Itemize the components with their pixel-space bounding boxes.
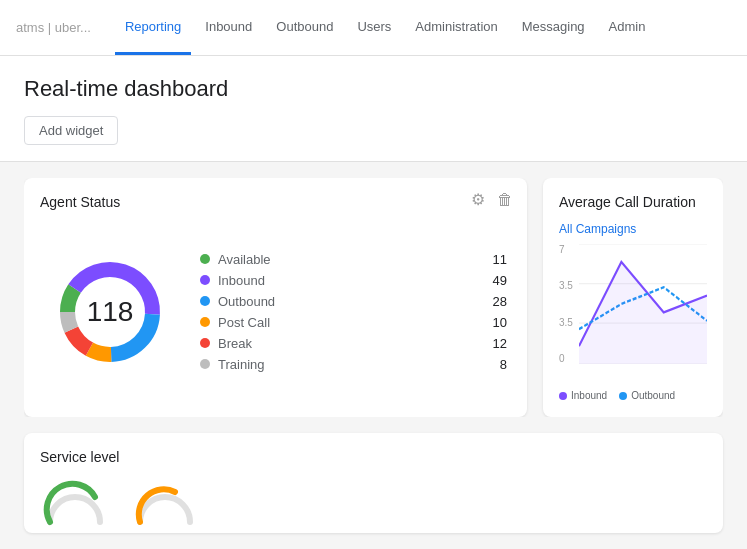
legend-dot — [200, 317, 210, 327]
legend-value: 12 — [483, 336, 507, 351]
gauge-1 — [40, 477, 110, 527]
chart-area — [579, 244, 707, 364]
nav-item-inbound[interactable]: Inbound — [195, 0, 262, 55]
avg-call-duration-widget: Average Call Duration All Campaigns 7 3.… — [543, 178, 723, 417]
nav-item-reporting[interactable]: Reporting — [115, 0, 191, 55]
chart-legend-outbound: Outbound — [619, 390, 675, 401]
gauge-svg-1 — [40, 477, 110, 527]
y-label-35-bottom: 3.5 — [559, 317, 573, 328]
agent-status-content: 118 Available 11 Inbound 49 Outbound 28 … — [40, 222, 511, 401]
add-widget-button[interactable]: Add widget — [24, 116, 118, 145]
inbound-legend-label: Inbound — [571, 390, 607, 401]
avg-call-subtitle[interactable]: All Campaigns — [559, 222, 707, 236]
chart-legend-inbound: Inbound — [559, 390, 607, 401]
y-label-7: 7 — [559, 244, 573, 255]
agent-status-title: Agent Status — [40, 194, 511, 210]
legend-dot — [200, 254, 210, 264]
delete-icon: 🗑 — [497, 191, 513, 208]
y-label-35-top: 3.5 — [559, 280, 573, 291]
service-level-widget: Service level — [24, 433, 723, 533]
line-chart-svg — [579, 244, 707, 364]
legend-item: Post Call 10 — [200, 315, 507, 330]
legend-value: 49 — [483, 273, 507, 288]
legend-value: 11 — [483, 252, 507, 267]
legend-value: 10 — [483, 315, 507, 330]
legend-label: Inbound — [218, 273, 475, 288]
legend-label: Outbound — [218, 294, 475, 309]
chart-y-labels: 7 3.5 3.5 0 — [559, 244, 573, 364]
legend-label: Break — [218, 336, 475, 351]
outbound-legend-dot — [619, 392, 627, 400]
legend-value: 8 — [483, 357, 507, 372]
legend-item: Break 12 — [200, 336, 507, 351]
gauge-svg-2 — [130, 477, 200, 527]
nav-item-users[interactable]: Users — [347, 0, 401, 55]
inbound-legend-dot — [559, 392, 567, 400]
donut-center-value: 118 — [87, 296, 134, 328]
legend-label: Available — [218, 252, 475, 267]
gauge-2 — [130, 477, 200, 527]
service-gauges — [40, 477, 707, 527]
donut-chart-container: 118 — [40, 242, 180, 382]
nav-item-outbound[interactable]: Outbound — [266, 0, 343, 55]
legend-item: Inbound 49 — [200, 273, 507, 288]
agent-status-widget: Agent Status ⚙ 🗑 — [24, 178, 527, 417]
top-row: Agent Status ⚙ 🗑 — [24, 178, 723, 417]
agent-status-actions: ⚙ 🗑 — [469, 190, 515, 210]
chart-legend: Inbound Outbound — [559, 390, 707, 401]
agent-status-settings-button[interactable]: ⚙ — [469, 190, 487, 210]
nav-logo: atms | uber... — [16, 20, 91, 35]
app-container: atms | uber... Reporting Inbound Outboun… — [0, 0, 747, 549]
top-nav: atms | uber... Reporting Inbound Outboun… — [0, 0, 747, 56]
legend-item: Outbound 28 — [200, 294, 507, 309]
nav-items: Reporting Inbound Outbound Users Adminis… — [115, 0, 656, 55]
legend-dot — [200, 338, 210, 348]
main-content: Real-time dashboard Add widget Agent Sta… — [0, 56, 747, 549]
avg-call-title: Average Call Duration — [559, 194, 707, 210]
page-title: Real-time dashboard — [24, 76, 723, 102]
y-label-0: 0 — [559, 353, 573, 364]
legend-value: 28 — [483, 294, 507, 309]
nav-item-admin[interactable]: Admin — [599, 0, 656, 55]
outbound-legend-label: Outbound — [631, 390, 675, 401]
legend-item: Training 8 — [200, 357, 507, 372]
legend-label: Training — [218, 357, 475, 372]
dashboard-grid: Agent Status ⚙ 🗑 — [0, 162, 747, 549]
service-level-title: Service level — [40, 449, 707, 465]
nav-item-administration[interactable]: Administration — [405, 0, 507, 55]
legend-container: Available 11 Inbound 49 Outbound 28 Post… — [200, 252, 511, 372]
settings-icon: ⚙ — [471, 191, 485, 208]
bottom-row: Service level — [24, 433, 723, 533]
legend-dot — [200, 359, 210, 369]
agent-status-delete-button[interactable]: 🗑 — [495, 190, 515, 210]
legend-item: Available 11 — [200, 252, 507, 267]
line-chart-container: 7 3.5 3.5 0 — [559, 244, 707, 384]
legend-dot — [200, 296, 210, 306]
legend-dot — [200, 275, 210, 285]
nav-item-messaging[interactable]: Messaging — [512, 0, 595, 55]
svg-marker-4 — [579, 262, 707, 364]
legend-label: Post Call — [218, 315, 475, 330]
page-header: Real-time dashboard Add widget — [0, 56, 747, 162]
